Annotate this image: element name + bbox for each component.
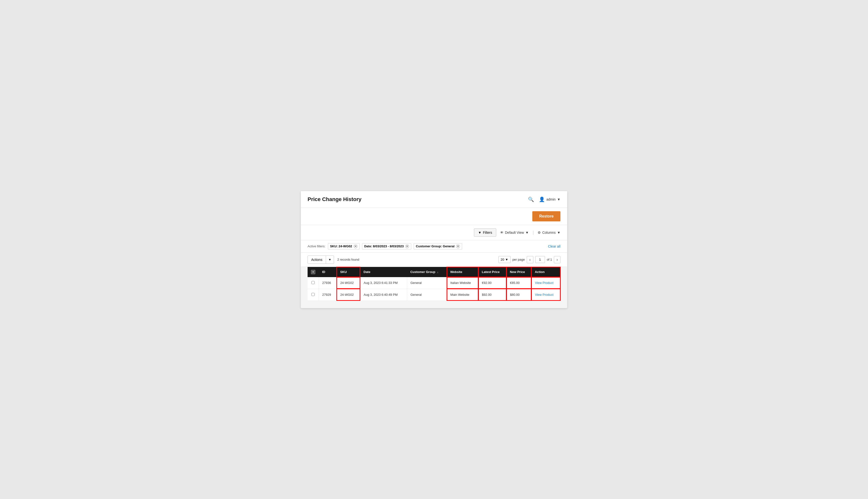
clear-all-link[interactable]: Clear all	[548, 244, 560, 248]
page-container: Price Change History 🔍 👤 admin ▼ Restore…	[301, 191, 567, 308]
toolbar-area: Restore	[301, 208, 567, 225]
row-checkbox-cell	[308, 277, 319, 289]
header-id: ID	[319, 267, 337, 277]
columns-label: Columns	[542, 231, 556, 234]
filter-tag-customer-group-text: Customer Group: General	[416, 244, 455, 248]
row-website-0: Italian Website	[447, 277, 478, 289]
actions-dropdown: Actions ▼	[308, 256, 334, 264]
per-page-label: per page	[512, 258, 525, 261]
records-found: 2 records found	[337, 258, 359, 261]
row-latest-price-0: €92.00	[478, 277, 506, 289]
row-id-1: 27929	[319, 289, 337, 301]
row-sku-1: 24-WG02	[337, 289, 360, 301]
restore-button[interactable]: Restore	[532, 211, 560, 221]
actions-label: Actions	[308, 256, 326, 264]
row-sku-0: 24-WG02	[337, 277, 360, 289]
active-filters-label: Active filters:	[308, 244, 325, 248]
page-of: of 1	[547, 258, 552, 261]
row-website-1: Main Website	[447, 289, 478, 301]
row-new-price-1: $80.00	[506, 289, 531, 301]
header-checkbox-arrow-icon: ▼	[312, 271, 314, 273]
prev-page-button[interactable]: ‹	[527, 256, 533, 263]
filters-label: Filters	[483, 231, 492, 234]
header-action: Action	[531, 267, 560, 277]
filter-tag-sku-text: SKU: 24-WG02	[330, 244, 352, 248]
active-filters-bar: Active filters: SKU: 24-WG02 ✕ Date: 8/0…	[301, 240, 567, 253]
view-label: Default View	[505, 231, 524, 234]
row-id-0: 27936	[319, 277, 337, 289]
pagination: 20 ▼ per page ‹ of 1 ›	[498, 256, 560, 263]
filter-tag-customer-group: Customer Group: General ✕	[414, 243, 462, 250]
row-checkbox-0[interactable]	[311, 281, 314, 284]
header-customer-group[interactable]: Customer Group ↓	[407, 267, 447, 277]
table-header-row: ▼ ID SKU Date Customer Group ↓ Website	[308, 267, 560, 277]
user-label: admin	[546, 197, 556, 201]
filter-tag-date: Date: 8/03/2023 - 8/03/2023 ✕	[362, 243, 411, 250]
sort-icon: ↓	[437, 270, 438, 273]
header-actions: 🔍 👤 admin ▼	[527, 195, 560, 203]
actions-row: Actions ▼ 2 records found 20 ▼ per page …	[301, 253, 567, 267]
view-product-link-0[interactable]: View Product	[535, 281, 554, 284]
filter-icon: ▼	[478, 231, 482, 234]
row-checkbox-1[interactable]	[311, 293, 314, 296]
filter-tag-sku-remove[interactable]: ✕	[354, 244, 358, 248]
row-customer-group-0: General	[407, 277, 447, 289]
user-menu-button[interactable]: 👤 admin ▼	[539, 196, 560, 202]
data-table: ▼ ID SKU Date Customer Group ↓ Website	[308, 267, 560, 301]
row-action-0: View Product	[531, 277, 560, 289]
gear-icon: ⚙	[538, 231, 541, 234]
table-row: 27936 24-WG02 Aug 3, 2023 6:41:33 PM Gen…	[308, 277, 560, 289]
next-page-button[interactable]: ›	[554, 256, 560, 263]
page-input[interactable]	[535, 256, 545, 263]
actions-dropdown-button[interactable]: ▼	[326, 256, 334, 263]
filter-tag-date-text: Date: 8/03/2023 - 8/03/2023	[364, 244, 404, 248]
view-product-link-1[interactable]: View Product	[535, 293, 554, 296]
per-page-select[interactable]: 20 ▼	[498, 256, 510, 263]
row-customer-group-1: General	[407, 289, 447, 301]
chevron-down-icon: ▼	[557, 197, 560, 201]
filter-tag-date-remove[interactable]: ✕	[405, 244, 409, 248]
header-checkbox[interactable]: ▼	[311, 270, 315, 274]
filter-tag-customer-group-remove[interactable]: ✕	[456, 244, 460, 248]
header-new-price: New Price	[506, 267, 531, 277]
search-button[interactable]: 🔍	[527, 195, 535, 203]
header-website: Website	[447, 267, 478, 277]
columns-button[interactable]: ⚙ Columns ▼	[538, 231, 560, 234]
header-date: Date	[360, 267, 407, 277]
columns-chevron-icon: ▼	[557, 231, 560, 234]
row-date-1: Aug 3, 2023 6:40:49 PM	[360, 289, 407, 301]
default-view-button[interactable]: 👁 Default View ▼	[500, 231, 529, 234]
filter-bar: ▼ Filters 👁 Default View ▼ | ⚙ Columns ▼	[301, 225, 567, 240]
filters-button[interactable]: ▼ Filters	[474, 229, 496, 237]
user-icon: 👤	[539, 196, 545, 202]
header-latest-price: Latest Price	[478, 267, 506, 277]
table-body: 27936 24-WG02 Aug 3, 2023 6:41:33 PM Gen…	[308, 277, 560, 301]
view-chevron-icon: ▼	[525, 231, 529, 234]
header-checkbox-col: ▼	[308, 267, 319, 277]
header-sku: SKU	[337, 267, 360, 277]
per-page-value: 20	[500, 258, 504, 261]
per-page-arrow: ▼	[505, 258, 508, 261]
table-row: 27929 24-WG02 Aug 3, 2023 6:40:49 PM Gen…	[308, 289, 560, 301]
row-date-0: Aug 3, 2023 6:41:33 PM	[360, 277, 407, 289]
page-header: Price Change History 🔍 👤 admin ▼	[301, 191, 567, 208]
search-icon: 🔍	[528, 197, 534, 202]
row-checkbox-cell	[308, 289, 319, 301]
eye-icon: 👁	[500, 231, 504, 234]
row-latest-price-1: $92.00	[478, 289, 506, 301]
row-new-price-0: €85.00	[506, 277, 531, 289]
filter-tag-sku: SKU: 24-WG02 ✕	[328, 243, 360, 250]
row-action-1: View Product	[531, 289, 560, 301]
page-title: Price Change History	[308, 196, 362, 203]
separator: |	[533, 230, 534, 235]
